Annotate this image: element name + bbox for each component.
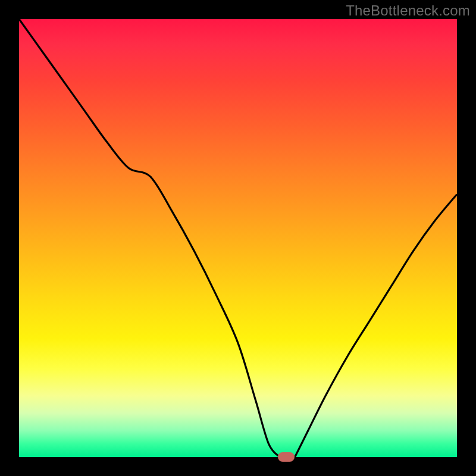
plot-area xyxy=(19,19,457,457)
curve-right-branch xyxy=(295,194,457,457)
valley-marker xyxy=(278,452,295,462)
watermark-text: TheBottleneck.com xyxy=(346,2,470,19)
chart-frame: TheBottleneck.com xyxy=(0,0,476,476)
bottleneck-curve xyxy=(19,19,457,457)
curve-left-branch xyxy=(19,19,280,457)
